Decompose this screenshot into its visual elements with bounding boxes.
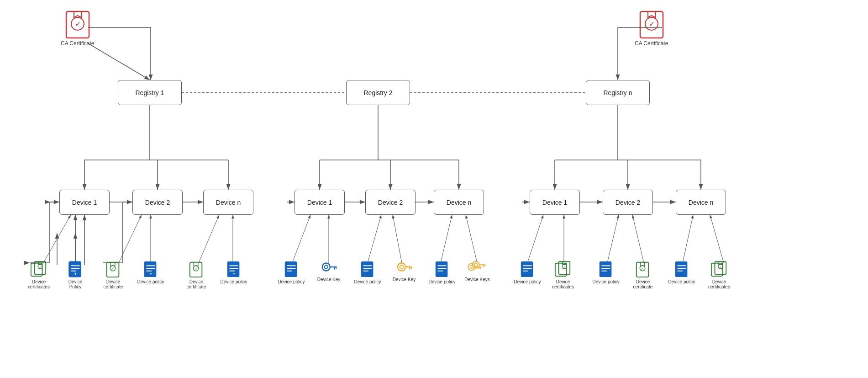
regn-device-1-box: Device 1 (530, 190, 580, 215)
icon-reg1-dev2-cert-label: Device certificate (100, 279, 127, 289)
registry-n-box: Registry n (586, 80, 650, 105)
icon-reg2-dev2-key: Device Key (390, 258, 418, 282)
icon-reg1-dev1-certs: ✓ Device certificates (25, 261, 53, 289)
svg-rect-115 (521, 261, 533, 277)
svg-line-24 (43, 215, 71, 263)
cert-green-double-icon-3: ✓ (710, 261, 728, 278)
icon-regn-dev2-policy-label: Device policy (593, 279, 620, 284)
icon-reg1-devn-policy-label: Device policy (221, 279, 247, 284)
reg2-device-n-box: Device n (434, 190, 484, 215)
svg-rect-83 (285, 261, 297, 277)
ca-certificate-1: ✓ CA Certificate (61, 9, 94, 47)
reg2-device-1-label: Device 1 (307, 199, 332, 206)
ca-cert-icon-2: ✓ (638, 9, 665, 40)
policy-blue-icon-7 (519, 261, 536, 278)
registry-n-label: Registry n (603, 89, 632, 96)
svg-line-30 (292, 215, 310, 263)
svg-rect-92 (361, 261, 374, 277)
svg-line-36 (527, 215, 543, 263)
reg1-device-2-box: Device 2 (132, 190, 183, 215)
icon-regn-devn-policy: Device policy (668, 261, 695, 284)
regn-device-n-box: Device n (676, 190, 726, 215)
icon-reg1-dev2-policy: ✦ Device policy (137, 261, 164, 284)
ca-certificate-2: ✓ CA Certificate (635, 9, 668, 47)
reg2-device-2-label: Device 2 (378, 199, 403, 206)
reg1-device-1-box: Device 1 (59, 190, 110, 215)
icon-reg2-dev2-policy-label: Device policy (354, 279, 381, 284)
policy-blue-icon-1: ✦ (67, 261, 84, 278)
svg-line-2 (88, 43, 150, 80)
ca-certificate-2-label: CA Certificate (635, 40, 668, 47)
key-yellow-icon (395, 258, 413, 276)
registry-2-box: Registry 2 (346, 80, 410, 105)
svg-text:✓: ✓ (111, 266, 115, 271)
icon-reg2-devn-policy: Device policy (428, 261, 456, 284)
reg2-device-n-label: Device n (447, 199, 471, 206)
icon-regn-devn-certs: ✓ Device certificates (705, 261, 733, 289)
icon-regn-dev2-policy: Device policy (592, 261, 620, 284)
svg-text:✦: ✦ (149, 272, 153, 276)
icon-reg2-devn-keys-label: Device Keys (464, 277, 490, 282)
icon-reg1-dev1-policy: ✦ Device Policy (62, 261, 89, 289)
svg-line-26 (119, 215, 142, 263)
cert-green-single-icon-2: ✓ (188, 261, 205, 278)
svg-rect-101 (436, 261, 448, 277)
svg-line-33 (393, 215, 402, 263)
icon-regn-dev1-policy: Device policy (514, 261, 541, 284)
reg1-device-1-label: Device 1 (72, 199, 97, 206)
cert-green-double-icon: ✓ (30, 261, 47, 278)
svg-text:✓: ✓ (641, 266, 644, 271)
svg-text:✦: ✦ (74, 272, 77, 276)
icon-regn-dev2-cert-label: Device certificate (629, 279, 657, 289)
reg2-device-2-box: Device 2 (365, 190, 416, 215)
lines-overlay (0, 0, 868, 378)
svg-line-38 (607, 215, 619, 263)
icon-reg2-dev1-key: Device Key (315, 258, 342, 282)
icon-regn-devn-certs-label: Device certificates (705, 279, 733, 289)
icon-regn-dev2-cert: ✓ Device certificate (629, 261, 657, 289)
icon-reg1-dev2-cert: ✓ Device certificate (100, 261, 127, 289)
reg1-device-2-label: Device 2 (145, 199, 170, 206)
ca-certificate-1-label: CA Certificate (61, 40, 94, 47)
cert-green-double-icon-2: ✓ (554, 261, 572, 278)
svg-line-39 (632, 215, 644, 263)
svg-line-32 (368, 215, 381, 263)
registry-1-label: Registry 1 (135, 89, 164, 96)
svg-line-40 (683, 215, 693, 263)
key-blue-icon (320, 258, 337, 276)
regn-device-2-box: Device 2 (603, 190, 653, 215)
policy-blue-icon-3: ✦ (225, 261, 242, 278)
svg-line-35 (466, 215, 477, 263)
icon-reg1-dev1-certs-label: Device certificates (25, 279, 53, 289)
svg-text:✓: ✓ (563, 266, 566, 270)
svg-text:✓: ✓ (74, 20, 80, 28)
regn-device-1-label: Device 1 (542, 199, 567, 206)
icon-reg1-devn-cert-label: Device certificate (183, 279, 210, 289)
policy-blue-icon-9 (673, 261, 690, 278)
reg2-device-1-box: Device 1 (295, 190, 345, 215)
svg-text:✓: ✓ (648, 20, 654, 28)
svg-point-88 (325, 265, 328, 269)
icon-reg2-devn-keys: Device Keys (463, 258, 491, 282)
cert-green-single-icon-3: ✓ (634, 261, 652, 278)
svg-point-87 (322, 263, 330, 271)
svg-point-105 (468, 263, 475, 270)
icon-reg1-dev2-policy-label: Device policy (137, 279, 164, 284)
policy-blue-icon-5 (359, 261, 376, 278)
icon-reg2-dev1-policy: Device policy (278, 261, 305, 284)
ca-cert-icon-1: ✓ (64, 9, 91, 40)
policy-blue-icon-6 (433, 261, 451, 278)
cert-green-single-icon-1: ✓ (105, 261, 122, 278)
policy-blue-icon-2: ✦ (142, 261, 159, 278)
icon-regn-dev1-policy-label: Device policy (514, 279, 541, 284)
svg-text:✦: ✦ (232, 272, 236, 276)
icon-reg1-devn-policy: ✦ Device policy (220, 261, 247, 284)
regn-device-2-label: Device 2 (615, 199, 640, 206)
reg1-device-n-label: Device n (216, 199, 241, 206)
icon-regn-dev1-certs: ✓ Device certificates (549, 261, 577, 289)
reg1-device-n-box: Device n (203, 190, 253, 215)
svg-line-41 (710, 215, 724, 263)
regn-device-n-label: Device n (689, 199, 713, 206)
keys-yellow-icon (466, 258, 489, 276)
icon-reg1-dev1-policy-label: Device Policy (62, 279, 89, 289)
